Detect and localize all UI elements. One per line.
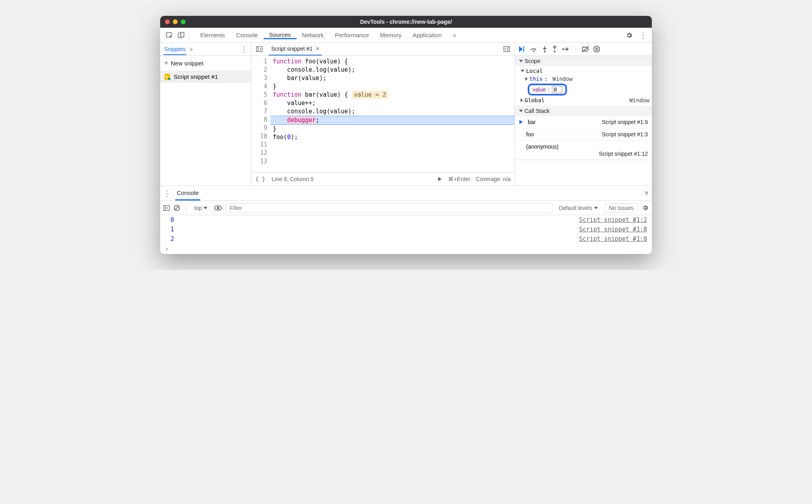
scope-section-header[interactable]: Scope xyxy=(515,56,652,66)
devtools-window: DevTools - chrome://new-tab-page/ Elemen… xyxy=(160,16,652,254)
more-icon[interactable]: ⋮ xyxy=(638,31,649,40)
current-frame-icon xyxy=(519,120,524,124)
resume-icon[interactable] xyxy=(518,46,525,52)
close-tab-icon[interactable]: × xyxy=(316,45,319,52)
scope-global[interactable]: Global Window xyxy=(515,96,652,104)
file-tab-label: Script snippet #1 xyxy=(271,46,312,52)
callstack-frame[interactable]: bar Script snippet #1:9 xyxy=(515,116,652,128)
console-source-link[interactable]: Script snippet #1:8 xyxy=(579,235,647,242)
step-icon[interactable] xyxy=(562,46,570,52)
chevron-right-icon xyxy=(525,77,528,81)
callstack-anon-name: (anonymous) xyxy=(526,143,559,150)
tab-memory[interactable]: Memory xyxy=(375,31,407,39)
scope-local[interactable]: Local xyxy=(515,67,652,75)
svg-rect-16 xyxy=(597,48,598,51)
callstack-anon-loc: Script snippet #1:12 xyxy=(515,150,652,160)
console-value: 0 xyxy=(170,216,174,223)
scope-value-edit-highlight: value: xyxy=(528,84,567,95)
scope-label: Scope xyxy=(525,58,540,64)
console-toolbar: top Default levels No Issues xyxy=(160,201,652,215)
console-value: 1 xyxy=(170,226,174,233)
titlebar: DevTools - chrome://new-tab-page/ xyxy=(160,16,652,28)
deactivate-breakpoints-icon[interactable] xyxy=(582,46,589,52)
tabs-overflow-icon[interactable]: » xyxy=(447,31,462,39)
console-source-link[interactable]: Script snippet #1:2 xyxy=(579,216,647,223)
navigator-tab-snippets[interactable]: Snippets xyxy=(163,44,186,55)
console-drawer: ⋮ Console × top Default levels xyxy=(160,185,652,254)
traffic-lights xyxy=(165,19,186,24)
log-levels-label: Default levels xyxy=(559,205,592,211)
tab-console[interactable]: Console xyxy=(231,31,264,39)
coverage-label: Coverage: n/a xyxy=(476,176,511,182)
editor-pane: Script snippet #1 × 12345678910111213 fu… xyxy=(251,43,515,185)
navigator-pane: Snippets » ⋮ + New snippet Script snippe… xyxy=(160,43,251,185)
toggle-navigator-icon[interactable] xyxy=(254,45,265,53)
new-snippet-button[interactable]: + New snippet xyxy=(160,56,251,71)
svg-rect-2 xyxy=(181,32,184,37)
scope-global-label: Global xyxy=(525,97,545,103)
navigator-more-icon[interactable]: ⋮ xyxy=(241,45,248,53)
console-prompt[interactable]: › xyxy=(160,244,652,254)
debugger-pane: Scope Local this: Window value: xyxy=(515,43,652,185)
close-drawer-icon[interactable]: × xyxy=(644,189,649,197)
callstack-frame[interactable]: foo Script snippet #1:3 xyxy=(515,128,652,141)
inspect-icon[interactable] xyxy=(163,29,175,41)
window-title: DevTools - chrome://new-tab-page/ xyxy=(360,19,452,25)
scope-global-value: Window xyxy=(629,97,649,103)
svg-point-11 xyxy=(544,51,546,52)
tab-sources[interactable]: Sources xyxy=(264,31,297,39)
issues-label: No Issues xyxy=(609,205,634,211)
scope-value-input[interactable] xyxy=(552,86,562,93)
snippet-item-label: Script snippet #1 xyxy=(174,73,218,80)
settings-icon[interactable] xyxy=(626,32,633,39)
callstack-frame-anon[interactable]: (anonymous) xyxy=(515,141,652,150)
code-editor[interactable]: 12345678910111213 function foo(value) { … xyxy=(251,56,515,172)
console-line: 0Script snippet #1:2 xyxy=(160,215,652,225)
pause-exceptions-icon[interactable] xyxy=(594,46,600,52)
log-levels-select[interactable]: Default levels xyxy=(556,204,601,212)
tab-elements[interactable]: Elements xyxy=(195,31,231,39)
console-context-label: top xyxy=(194,205,202,211)
console-settings-icon[interactable] xyxy=(642,204,649,211)
console-sidebar-toggle-icon[interactable] xyxy=(163,205,170,211)
navigator-tabs-overflow-icon[interactable]: » xyxy=(190,46,193,52)
svg-rect-5 xyxy=(257,47,262,52)
close-window-button[interactable] xyxy=(165,19,170,24)
drawer-more-icon[interactable]: ⋮ xyxy=(163,189,170,198)
run-icon[interactable] xyxy=(437,176,442,182)
drawer-tab-console[interactable]: Console xyxy=(175,186,200,200)
cursor-position: Line 9, Column 5 xyxy=(272,176,314,182)
zoom-window-button[interactable] xyxy=(181,19,186,24)
sources-panel: Snippets » ⋮ + New snippet Script snippe… xyxy=(160,43,652,185)
callstack-frame-loc: Script snippet #1:3 xyxy=(602,131,648,137)
tab-application[interactable]: Application xyxy=(407,31,447,39)
tab-performance[interactable]: Performance xyxy=(329,31,375,39)
svg-point-13 xyxy=(562,48,564,50)
toggle-debugger-icon[interactable] xyxy=(501,45,512,53)
console-source-link[interactable]: Script snippet #1:8 xyxy=(579,226,647,233)
clear-console-icon[interactable] xyxy=(174,205,180,211)
tab-network[interactable]: Network xyxy=(297,31,329,39)
pretty-print-icon[interactable]: { } xyxy=(255,176,265,182)
minimize-window-button[interactable] xyxy=(173,19,178,24)
snippet-item[interactable]: Script snippet #1 xyxy=(160,71,251,83)
device-toggle-icon[interactable] xyxy=(175,29,187,41)
console-filter-input[interactable] xyxy=(226,203,552,213)
svg-point-10 xyxy=(533,50,534,52)
issues-button[interactable]: No Issues xyxy=(605,203,638,213)
scope-this[interactable]: this: Window xyxy=(515,75,652,83)
callstack-section-header[interactable]: Call Stack xyxy=(515,106,652,116)
step-over-icon[interactable] xyxy=(530,46,538,52)
callstack-frame-name: foo xyxy=(526,131,534,137)
console-context-select[interactable]: top xyxy=(192,204,210,212)
chevron-down-icon xyxy=(203,207,207,209)
file-tab[interactable]: Script snippet #1 × xyxy=(269,43,322,55)
run-shortcut: ⌘+Enter xyxy=(448,176,470,182)
scope-this-value: Window xyxy=(553,76,573,82)
live-expression-icon[interactable] xyxy=(214,205,222,211)
editor-statusbar: { } Line 9, Column 5 ⌘+Enter Coverage: n… xyxy=(251,172,515,185)
snippet-file-icon xyxy=(164,74,170,80)
step-into-icon[interactable] xyxy=(542,46,548,53)
callstack-label: Call Stack xyxy=(525,108,550,114)
step-out-icon[interactable] xyxy=(552,46,557,53)
